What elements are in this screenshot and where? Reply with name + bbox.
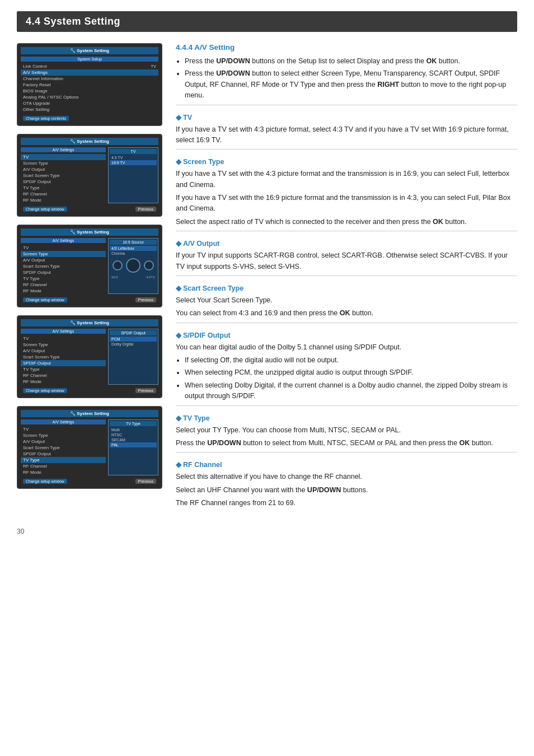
ss5-popup-row-1: NTSC (110, 432, 157, 437)
ss5-title: 🔧 System Setting (21, 410, 158, 417)
page-number: 30 (17, 528, 517, 535)
diamond-spdif: ◆ (176, 332, 181, 339)
ss2-row-screen: Screen Type (21, 160, 106, 166)
text-tvtype-2: Press the UP/DOWN button to select from … (176, 438, 517, 449)
ss2-row-av: A/V Output (21, 166, 106, 172)
ss2-row-spdif: SPDIF Output (21, 179, 106, 185)
ss3-btn-change: Change setup window (23, 297, 67, 302)
ss3-row-scart: Scart Screen Type (21, 263, 106, 269)
ss4-popup-area: A/V Settings TV Screen Type A/V Output S… (21, 329, 158, 385)
diamond-rfchannel: ◆ (176, 461, 181, 469)
text-rfchannel-2: Select an UHF Channel you want with the … (176, 485, 517, 496)
ss3-footer: Change setup window Previous (21, 296, 158, 304)
ss1-row-5: Analog PAL / NTSC Options (21, 94, 158, 100)
diamond-tvtype: ◆ (176, 414, 181, 422)
ss1-footer: Change setup contents (21, 115, 158, 122)
text-rfchannel-3: The RF Channel ranges from 21 to 69. (176, 498, 517, 508)
heading-av-output: ◆A/V Output (176, 239, 517, 248)
page-title: 4.4 System Setting (26, 16, 508, 27)
heading-rfchannel: ◆RF Channel (176, 460, 517, 469)
ss3-row-screen: Screen Type (21, 251, 106, 257)
ss4-menu: A/V Settings TV Screen Type A/V Output S… (21, 329, 106, 385)
ss1-row-4: BIOS Image (21, 88, 158, 94)
content-layout: 🔧 System Setting System Setup Link Contr… (17, 43, 517, 511)
ss1-row-7: Other Setting (21, 106, 158, 113)
spdif-bullets: If selecting Off, the digital audio will… (185, 355, 517, 402)
spdif-bullet-1: When selecting PCM, the unzipped digital… (185, 367, 517, 378)
ss3-circle-3 (144, 260, 154, 270)
ss2-row-rfch: RF Channel (21, 191, 106, 197)
ss1-subtitle: System Setup (21, 57, 158, 62)
ss3-popup-area: A/V Settings TV Screen Type A/V Output S… (21, 238, 158, 294)
ss2-footer: Change setup window Previous (21, 206, 158, 213)
ss1-row-3: Factory Reset (21, 82, 158, 88)
text-av-output: If your TV input supports SCART-RGB cont… (176, 250, 517, 272)
ss2-popup-area: A/V Settings TV Screen Type A/V Output S… (21, 147, 158, 203)
diamond-tv: ◆ (176, 114, 181, 122)
ss4-popup-title: SPDIF Output (110, 330, 157, 335)
text-tv: If you have a TV set with 4:3 picture fo… (176, 124, 517, 146)
ss5-subtitle: A/V Settings (21, 419, 106, 424)
left-column: 🔧 System Setting System Setup Link Contr… (17, 43, 162, 511)
ss5-btn-prev: Previous (135, 479, 156, 484)
screenshot-5: 🔧 System Setting A/V Settings TV Screen … (17, 406, 162, 489)
intro-bullet-1: Press the UP/DOWN button to select eithe… (185, 68, 517, 101)
text-spdif-intro: You can hear digital audio of the Dolby … (176, 342, 517, 353)
heading-screen-type: ◆Screen Type (176, 157, 517, 166)
ss4-btn-change: Change setup window (23, 388, 67, 393)
divider-scart (176, 276, 517, 276)
ss1-footer-btn: Change setup contents (23, 116, 69, 121)
ss5-row-tvtype: TV Type (21, 457, 106, 463)
ss2-row-tv: TV (21, 154, 106, 160)
ss3-row-tvtype: TV Type (21, 276, 106, 282)
ss5-popup-row-3: PAL (110, 442, 157, 447)
text-screen-type-1: If you have a TV set with the 4:3 pictur… (176, 169, 517, 190)
ss2-popup-title: TV (110, 149, 157, 154)
ss5-popup-area: A/V Settings TV Screen Type A/V Output S… (21, 419, 158, 475)
ss1-row-6: OTA Upgrade (21, 100, 158, 106)
ss4-row-screen: Screen Type (21, 342, 106, 348)
ss2-btn-change: Change setup window (23, 207, 67, 212)
ss4-row-tvtype: TV Type (21, 366, 106, 372)
ss2-btn-prev: Previous (135, 207, 156, 212)
ss4-row-tv: TV (21, 335, 106, 342)
ss4-row-spdif: SPDIF Output (21, 360, 106, 366)
ss3-circle-2 (126, 258, 140, 273)
ss5-menu: A/V Settings TV Screen Type A/V Output S… (21, 419, 106, 475)
right-column: 4.4.4 A/V Setting Press the UP/DOWN butt… (176, 43, 517, 511)
ss3-circles (110, 256, 157, 275)
ss1-row-1: A/V Settings (21, 69, 158, 76)
text-rfchannel-1: Select this alternative if you have to c… (176, 472, 517, 482)
divider-spdif (176, 323, 517, 323)
ss5-popup-row-0: Multi (110, 427, 157, 432)
intro-bullets: Press the UP/DOWN buttons on the Setup l… (185, 56, 517, 101)
ss4-popup-row-0: PCM (110, 337, 157, 342)
screenshot-1: 🔧 System Setting System Setup Link Contr… (17, 43, 162, 126)
ss4-popup: SPDIF Output PCM Dolby Digital (108, 329, 158, 385)
ss4-popup-row-1: Dolby Digital (110, 342, 157, 347)
ss4-row-rfch: RF Channel (21, 372, 106, 379)
diamond-scart: ◆ (176, 284, 181, 292)
ss5-row-rfmode: RF Mode (21, 469, 106, 475)
spdif-bullet-0: If selecting Off, the digital audio will… (185, 355, 517, 366)
ss3-popup: 16:9 Source 4/3 Letterbox Cinema 16:94:6… (108, 238, 158, 294)
ss5-row-scart: Scart Screen Type (21, 445, 106, 451)
ss5-row-rfch: RF Channel (21, 463, 106, 469)
ss3-row-tv: TV (21, 245, 106, 251)
ss3-btn-prev: Previous (135, 297, 156, 302)
divider-rfchannel (176, 452, 517, 452)
screenshot-2: 🔧 System Setting A/V Settings TV Screen … (17, 134, 162, 217)
ss3-menu: A/V Settings TV Screen Type A/V Output S… (21, 238, 106, 294)
ss3-circle-1 (113, 260, 123, 270)
ss5-popup-row-2: SECAM (110, 437, 157, 442)
ss2-popup-row-1: 16:9 TV (110, 160, 157, 165)
divider-screen-type (176, 149, 517, 150)
ss4-footer: Change setup window Previous (21, 387, 158, 394)
ss5-row-screen: Screen Type (21, 432, 106, 438)
ss5-btn-change: Change setup window (23, 479, 67, 484)
heading-scart: ◆Scart Screen Type (176, 284, 517, 292)
intro-bullet-0: Press the UP/DOWN buttons on the Setup l… (185, 56, 517, 67)
ss2-popup-row-0: 4:3 TV (110, 155, 157, 160)
heading-tv: ◆TV (176, 113, 517, 122)
ss2-row-rfmode: RF Mode (21, 197, 106, 203)
